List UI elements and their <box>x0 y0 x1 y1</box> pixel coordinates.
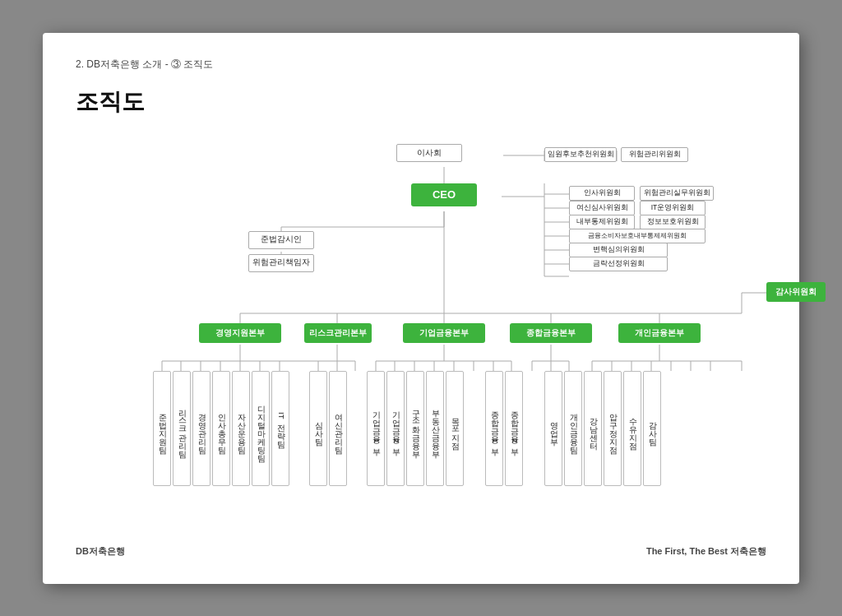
footer: DB저축은행 The First, The Best 저축은행 <box>76 545 766 558</box>
team-6: 디지털마케팅팀 <box>252 371 270 486</box>
div3-box: 기업금융본부 <box>403 323 485 343</box>
subtitle: 2. DB저축은행 소개 - ③ 조직도 <box>76 58 766 72</box>
ceo-box: CEO <box>411 183 477 206</box>
team-17: 영업부 <box>544 371 562 486</box>
committee5-box: 여신심사위원회 <box>569 201 635 215</box>
committee1-box: 임원후보추천위원회 <box>544 147 617 162</box>
committee6-box: IT운영위원회 <box>640 201 706 215</box>
team-21: 수유지점 <box>623 371 641 486</box>
div4-box: 종합금융본부 <box>510 323 592 343</box>
team-11: 기업금융2부 <box>386 371 405 486</box>
team-7: IT전략팀 <box>271 371 289 486</box>
board-box: 이사회 <box>396 144 462 162</box>
team-4: 인사총무팀 <box>212 371 230 486</box>
committee10-box: 변핵심의위원회 <box>569 243 668 257</box>
committee8-box: 정보보호위원회 <box>640 215 706 229</box>
committee7-box: 내부통제위원회 <box>569 215 635 229</box>
committee2-box: 위험관리위원회 <box>621 147 688 162</box>
compliance-box: 준법감시인 <box>248 231 314 249</box>
title: 조직도 <box>76 86 766 118</box>
div2-box: 리스크관리본부 <box>304 323 372 343</box>
team-22: 감사팀 <box>643 371 661 486</box>
risk-officer-box: 위험관리책임자 <box>248 254 314 272</box>
committee4-box: 위험관리실무위원회 <box>640 186 714 201</box>
org-chart: 이사회 임원후보추천위원회 위험관리위원회 CEO 인사위원회 위험관리실무위원… <box>76 132 766 535</box>
div1-box: 경영지원본부 <box>199 323 281 343</box>
team-12: 구조화금융부 <box>406 371 424 486</box>
footer-right: The First, The Best 저축은행 <box>646 545 766 558</box>
team-5: 자산운용팀 <box>232 371 250 486</box>
team-18: 개인금융팀 <box>564 371 582 486</box>
committee3-box: 인사위원회 <box>569 186 635 201</box>
team-14: 목포지점 <box>446 371 464 486</box>
team-16: 종합금융2부 <box>505 371 523 486</box>
team-19: 강남센터 <box>584 371 602 486</box>
team-3: 경영관리팀 <box>192 371 210 486</box>
team-2: 리스크관리팀 <box>173 371 191 486</box>
audit-committee-box: 감사위원회 <box>766 282 826 302</box>
page: 2. DB저축은행 소개 - ③ 조직도 조직도 <box>43 33 799 584</box>
team-13: 부동산금융부 <box>426 371 444 486</box>
team-9: 여신관리팀 <box>329 371 347 486</box>
committee11-box: 금락선정위원회 <box>569 257 668 271</box>
team-8: 심사팀 <box>309 371 327 486</box>
div5-box: 개인금융본부 <box>618 323 701 343</box>
footer-left: DB저축은행 <box>76 545 125 558</box>
team-1: 준법지원팀 <box>153 371 171 486</box>
committee9-box: 금융소비자보호내부통제제위원회 <box>569 229 706 243</box>
team-20: 압구정지점 <box>604 371 622 486</box>
team-10: 기업금융1부 <box>367 371 385 486</box>
team-15: 종합금융1부 <box>485 371 503 486</box>
